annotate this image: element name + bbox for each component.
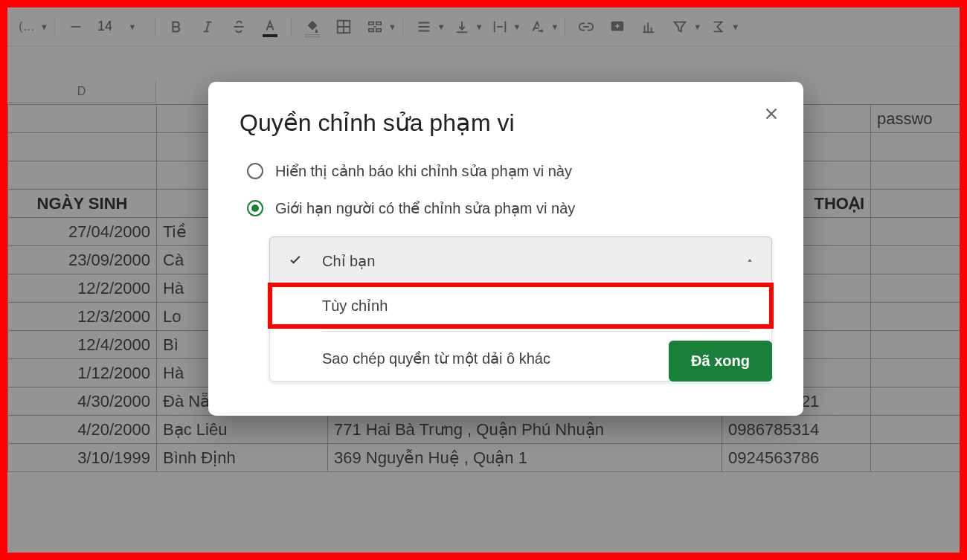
radio-restrict[interactable]: Giới hạn người có thể chỉnh sửa phạm vi …: [247, 199, 772, 217]
radio-restrict-label: Giới hạn người có thể chỉnh sửa phạm vi …: [275, 199, 575, 217]
check-icon: [288, 252, 303, 271]
close-button[interactable]: [762, 104, 781, 126]
option-only-you-label: Chỉ bạn: [322, 252, 375, 270]
restrict-dropdown[interactable]: Chỉ bạn Tùy chỉnh Sao chép quyền từ một …: [269, 236, 772, 382]
range-permissions-dialog: Quyền chỉnh sửa phạm vi Hiển thị cảnh bá…: [208, 82, 803, 416]
option-custom-label: Tùy chỉnh: [322, 297, 388, 315]
radio-checked-icon: [247, 200, 263, 216]
option-copy-permissions[interactable]: Sao chép quyền từ một dải ô khác: [270, 336, 771, 381]
radio-unchecked-icon: [247, 163, 263, 179]
caret-up-icon: [745, 255, 755, 268]
radio-show-warning-label: Hiển thị cảnh báo khi chỉnh sửa phạm vi …: [275, 162, 572, 180]
option-custom[interactable]: Tùy chỉnh: [270, 285, 771, 326]
radio-show-warning[interactable]: Hiển thị cảnh báo khi chỉnh sửa phạm vi …: [247, 162, 772, 180]
option-copy-label: Sao chép quyền từ một dải ô khác: [322, 350, 550, 367]
dialog-title: Quyền chỉnh sửa phạm vi: [240, 109, 772, 137]
option-only-you[interactable]: Chỉ bạn: [270, 237, 771, 285]
